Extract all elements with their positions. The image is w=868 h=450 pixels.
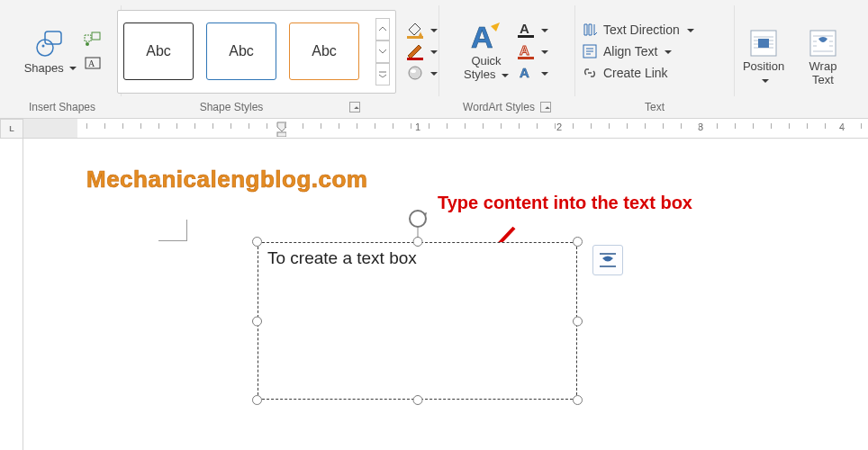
style-swatch-2[interactable]: Abc [206, 22, 276, 80]
edit-shape-icon [84, 32, 102, 48]
resize-handle[interactable] [252, 395, 262, 405]
group-text: Text Direction Align Text Create Link Te… [575, 0, 734, 118]
svg-rect-15 [518, 35, 534, 38]
position-label: Position [743, 59, 784, 73]
chevron-down-icon [538, 67, 548, 80]
ruler-mark: 1 [415, 122, 420, 132]
svg-rect-28 [758, 39, 769, 48]
svg-point-12 [411, 69, 416, 73]
shape-style-gallery[interactable]: Abc Abc Abc [117, 10, 396, 94]
textbox-frame[interactable]: To create a text box [258, 242, 577, 400]
ruler-mark: 4 [839, 122, 845, 132]
resize-handle[interactable] [573, 237, 583, 247]
svg-point-11 [409, 67, 421, 79]
draw-textbox-button[interactable]: A [82, 53, 104, 75]
text-direction-button[interactable]: Text Direction [581, 22, 694, 38]
svg-text:A: A [520, 65, 529, 80]
paint-bucket-icon [405, 21, 425, 39]
document-page: Mechanicalengblog.com Type content into … [23, 139, 868, 450]
svg-text:A: A [520, 21, 529, 36]
ribbon: Shapes A Insert Shapes Abc Abc Abc [0, 0, 868, 119]
svg-rect-17 [518, 57, 534, 59]
text-outline-button[interactable]: A [516, 42, 548, 60]
position-icon [748, 28, 779, 58]
style-swatch-3[interactable]: Abc [289, 22, 359, 80]
edit-shape-button[interactable] [82, 29, 104, 50]
position-button[interactable]: Position [738, 26, 789, 89]
dialog-launcher-icon[interactable] [349, 102, 360, 112]
watermark-text: Mechanicalengblog.com [86, 166, 367, 194]
svg-rect-10 [407, 58, 423, 60]
ruler-inactive [23, 119, 77, 138]
text-fill-icon: A [516, 21, 536, 39]
align-text-icon [582, 43, 598, 59]
chevron-down-icon [538, 45, 548, 58]
gallery-scroll[interactable] [375, 18, 390, 86]
gallery-up[interactable] [375, 18, 390, 40]
chevron-down-icon [684, 22, 694, 37]
horizontal-ruler[interactable]: 1 2 3 4 [23, 119, 868, 139]
group-label-wordart: WordArt Styles [463, 101, 535, 113]
textbox-content[interactable]: To create a text box [258, 243, 576, 274]
svg-rect-4 [92, 32, 100, 40]
align-text-button[interactable]: Align Text [581, 43, 672, 59]
wordart-a-icon: A [469, 21, 503, 53]
pen-outline-icon [405, 42, 425, 60]
shape-effects-button[interactable] [405, 64, 438, 82]
group-label-text: Text [645, 101, 665, 113]
create-link-button[interactable]: Create Link [581, 65, 668, 81]
chevron-down-icon [538, 23, 548, 37]
gallery-down[interactable] [375, 40, 390, 63]
text-fill-button[interactable]: A [516, 21, 548, 39]
chevron-down-icon [499, 68, 509, 81]
shapes-label: Shapes [24, 61, 64, 75]
group-label-insert-shapes: Insert Shapes [29, 101, 95, 113]
text-direction-icon [582, 22, 598, 38]
gallery-more[interactable] [375, 63, 390, 86]
resize-handle[interactable] [573, 316, 583, 326]
text-outline-icon: A [516, 42, 536, 60]
resize-handle[interactable] [412, 395, 422, 405]
resize-handle[interactable] [412, 237, 422, 247]
svg-rect-37 [277, 132, 286, 137]
resize-handle[interactable] [252, 237, 262, 247]
selected-textbox[interactable]: To create a text box [258, 242, 577, 400]
style-swatch-1[interactable]: Abc [123, 22, 194, 80]
link-icon [582, 65, 598, 81]
resize-handle[interactable] [573, 395, 583, 405]
layout-options-button[interactable] [592, 245, 623, 275]
wrap-text-button[interactable]: Wrap Text [798, 26, 848, 89]
chevron-down-icon [67, 61, 77, 75]
svg-rect-3 [85, 35, 91, 41]
text-direction-label: Text Direction [603, 22, 680, 37]
align-text-label: Align Text [603, 44, 657, 58]
svg-rect-29 [810, 31, 836, 56]
text-effects-icon: A [516, 64, 536, 82]
group-insert-shapes: Shapes A Insert Shapes [4, 0, 121, 118]
text-effects-button[interactable]: A [516, 64, 548, 82]
svg-rect-0 [45, 32, 61, 44]
resize-handle[interactable] [252, 316, 262, 326]
annotation-callout: Type content into the text box [438, 193, 692, 213]
svg-text:A: A [88, 58, 95, 68]
group-wordart-styles: A Quick Styles A A A [439, 0, 574, 118]
textbox-icon: A [84, 56, 102, 72]
chevron-down-icon [662, 44, 672, 58]
quick-styles-button[interactable]: A Quick Styles [460, 19, 512, 84]
shape-outline-button[interactable] [405, 42, 438, 60]
layout-options-icon [597, 249, 619, 271]
paragraph-mark-icon [158, 220, 187, 241]
effects-icon [405, 64, 425, 82]
group-arrange: Position Wrap Text [735, 0, 852, 118]
quick-styles-label: Quick Styles [464, 54, 502, 81]
vertical-ruler[interactable] [0, 139, 23, 450]
create-link-label: Create Link [603, 66, 668, 80]
svg-point-2 [42, 44, 45, 47]
wrap-text-label: Wrap Text [809, 59, 837, 86]
dialog-launcher-icon[interactable] [540, 102, 551, 112]
ruler-mark: 2 [556, 122, 562, 132]
shapes-button[interactable]: Shapes [21, 26, 81, 77]
chevron-down-icon [428, 67, 438, 80]
svg-text:A: A [471, 21, 493, 53]
shape-fill-button[interactable] [405, 21, 438, 39]
